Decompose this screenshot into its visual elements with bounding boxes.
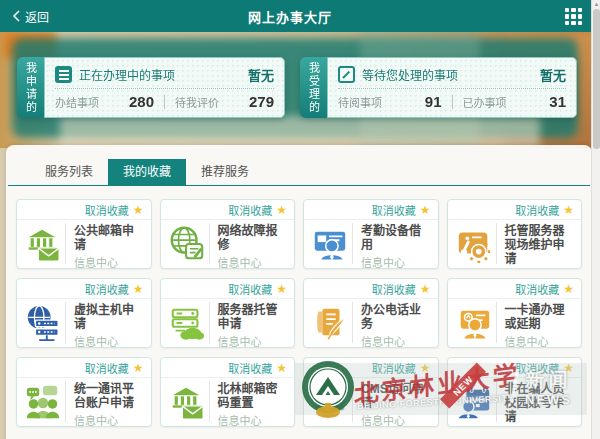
service-department: 信息中心 [361,333,432,348]
card-text: 非在编人员校园账号申请 信息中心 [496,381,576,422]
dotted-divider [338,88,566,89]
unfavorite-button[interactable]: 取消收藏 [228,281,272,297]
service-department: 信息中心 [218,412,289,427]
unfavorite-button[interactable]: 取消收藏 [372,360,416,376]
metric-divider [164,95,165,109]
service-card[interactable]: 取消收藏 ★ 非在编人员校园账号申请 信息中心 [447,357,583,427]
unfavorite-button[interactable]: 取消收藏 [515,202,559,218]
card-body: 考勤设备借用 信息中心 [304,220,438,268]
unfavorite-button[interactable]: 取消收藏 [515,281,559,297]
accepted-metrics: 待阅事项 91 已办事项 31 [338,93,566,110]
completed-metric[interactable]: 办结事项 280 [55,93,154,110]
unread-label: 待阅事项 [338,94,382,110]
service-card[interactable]: 取消收藏 ★ 虚拟主机申请 信息中心 [16,278,152,348]
unfavorite-button[interactable]: 取消收藏 [372,281,416,297]
service-card[interactable]: 取消收藏 ★ 统一通讯平台账户申请 信息中心 [16,357,152,427]
apps-grid-icon[interactable] [565,8,582,25]
favorite-star-icon[interactable]: ★ [133,283,144,295]
card-text: 考勤设备借用 信息中心 [352,223,432,264]
header-bar: 返回 网上办事大厅 [0,0,600,32]
my-applications-card: 我申请的 正在办理中的事项 暂无 办结事项 280 待我评价 279 [17,57,285,118]
tab-recommended[interactable]: 推荐服务 [186,159,264,185]
service-card[interactable]: 取消收藏 ★ 一卡通办理或延期 信息中心 [447,278,583,348]
card-text: 一卡通办理或延期 信息中心 [496,302,576,343]
my-applications-side-tab[interactable]: 我申请的 [17,57,44,118]
service-card[interactable]: 取消收藏 ★ 托管服务器现场维护申请 信息中心 [447,199,583,269]
my-accepted-body: 等待您处理的事项 暂无 待阅事项 91 已办事项 31 [327,57,577,118]
unfavorite-button[interactable]: 取消收藏 [85,360,129,376]
service-card[interactable]: 取消收藏 ★ 考勤设备借用 信息中心 [303,199,439,269]
service-title: 公共邮箱申请 [74,224,145,252]
service-department: 信息中心 [74,412,145,427]
card-person-icon [452,304,496,342]
done-metric[interactable]: 已办事项 31 [463,93,567,110]
unfavorite-button[interactable]: 取消收藏 [85,281,129,297]
service-title: 非在编人员校园账号申请 [505,382,576,424]
my-applications-body: 正在办理中的事项 暂无 办结事项 280 待我评价 279 [44,57,285,118]
favorite-star-icon[interactable]: ★ [133,204,144,216]
edit-icon [338,66,355,83]
favorite-star-icon[interactable]: ★ [276,362,287,374]
in-progress-row[interactable]: 正在办理中的事项 暂无 [55,63,274,85]
card-header: 取消收藏 ★ [448,358,582,378]
scrollbar-thumb[interactable] [593,9,600,149]
service-card[interactable]: 取消收藏 ★ 服务器托管申请 信息中心 [160,278,296,348]
service-department: 信息中心 [218,333,289,348]
tab-my-favorites[interactable]: 我的收藏 [108,159,186,185]
completed-count: 280 [129,93,154,110]
service-card[interactable]: 取消收藏 ★ CMS访问申请 信息中心 [303,357,439,427]
unfavorite-button[interactable]: 取消收藏 [85,202,129,218]
unfavorite-button[interactable]: 取消收藏 [228,360,272,376]
favorite-star-icon[interactable]: ★ [276,204,287,216]
service-card-grid: 取消收藏 ★ 公共邮箱申请 信息中心 取消收藏 ★ 网络故障报修 信息中心 取消… [6,186,592,427]
unfavorite-button[interactable]: 取消收藏 [515,360,559,376]
idcard-person-icon [308,225,352,263]
service-title: 虚拟主机申请 [74,303,145,331]
favorite-star-icon[interactable]: ★ [276,283,287,295]
my-accepted-side-tab[interactable]: 我受理的 [300,57,327,118]
service-department: 信息中心 [74,333,145,348]
scrollbar[interactable]: ▲ [591,0,600,439]
unfavorite-button[interactable]: 取消收藏 [228,202,272,218]
service-title: 考勤设备借用 [361,224,432,252]
page-title: 网上办事大厅 [0,7,580,26]
card-body: 北林邮箱密码重置 信息中心 [161,378,295,426]
favorite-star-icon[interactable]: ★ [420,283,431,295]
tab-service-list[interactable]: 服务列表 [30,159,108,185]
service-title: 服务器托管申请 [218,303,289,331]
done-label: 已办事项 [463,94,507,110]
service-title: 办公电话业务 [361,303,432,331]
service-department: 信息中心 [505,333,576,348]
pending-label: 等待您处理的事项 [362,66,458,83]
unread-metric[interactable]: 待阅事项 91 [338,93,442,110]
service-card[interactable]: 取消收藏 ★ 北林邮箱密码重置 信息中心 [160,357,296,427]
favorite-star-icon[interactable]: ★ [563,362,574,374]
service-title: 统一通讯平台账户申请 [74,382,145,410]
service-title: 网络故障报修 [218,224,289,252]
favorite-star-icon[interactable]: ★ [133,362,144,374]
wrench-gear-icon [452,225,496,263]
metric-divider [452,95,453,109]
favorite-star-icon[interactable]: ★ [563,204,574,216]
card-header: 取消收藏 ★ [304,358,438,378]
pending-row[interactable]: 等待您处理的事项 暂无 [338,63,566,85]
bank-mail-icon [165,383,209,421]
card-body: 公共邮箱申请 信息中心 [17,220,151,268]
to-review-label: 待我评价 [175,94,219,110]
favorite-star-icon[interactable]: ★ [420,204,431,216]
service-department: 信息中心 [505,426,576,427]
service-department: 信息中心 [361,254,432,269]
favorite-star-icon[interactable]: ★ [420,362,431,374]
scroll-up-arrow[interactable]: ▲ [593,1,600,8]
service-card[interactable]: 取消收藏 ★ 公共邮箱申请 信息中心 [16,199,152,269]
card-header: 取消收藏 ★ [17,279,151,299]
main-panel: 服务列表我的收藏推荐服务 取消收藏 ★ 公共邮箱申请 信息中心 取消收藏 ★ 网… [6,145,592,439]
favorite-star-icon[interactable]: ★ [563,283,574,295]
doc-quill-icon [308,304,352,342]
applications-metrics: 办结事项 280 待我评价 279 [55,93,274,110]
service-card[interactable]: 取消收藏 ★ 网络故障报修 信息中心 [160,199,296,269]
service-card[interactable]: 取消收藏 ★ 办公电话业务 信息中心 [303,278,439,348]
unfavorite-button[interactable]: 取消收藏 [372,202,416,218]
to-review-metric[interactable]: 待我评价 279 [175,93,274,110]
card-body: 办公电话业务 信息中心 [304,299,438,347]
